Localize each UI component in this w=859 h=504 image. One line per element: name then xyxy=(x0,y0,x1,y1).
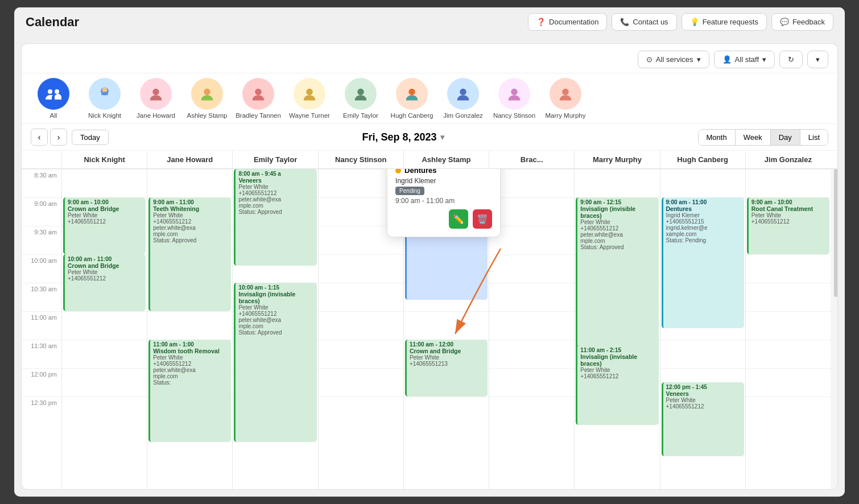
avatar-hugh xyxy=(396,78,428,110)
event-marry-2[interactable]: 11:00 am - 2:15 Invisalign (invisable br… xyxy=(576,345,658,425)
staff-col-hugh: 9:00 am - 11:00 Dentures Ingrid Klemer +… xyxy=(660,169,745,489)
view-week-button[interactable]: Week xyxy=(736,130,771,145)
avatar-nancy xyxy=(498,78,530,110)
staff-item-emily[interactable]: Emily Taylor xyxy=(338,78,383,119)
staff-label-jane: Jane Howard xyxy=(137,112,175,119)
staff-item-hugh[interactable]: Hugh Canberg xyxy=(389,78,435,119)
svg-point-21 xyxy=(562,89,568,95)
avatar-nick xyxy=(89,78,121,110)
event-emily-2[interactable]: 10:00 am - 1:15 Invisalign (invisable br… xyxy=(234,283,316,442)
staff-col-nick: 9:00 am - 10:00 Crown and Bridge Peter W… xyxy=(61,169,147,489)
all-staff-button[interactable]: 👤 All staff ▾ xyxy=(714,51,775,68)
popup-actions: ✏️ 🗑️ xyxy=(395,209,492,229)
all-services-button[interactable]: ⊙ All services ▾ xyxy=(638,51,709,68)
top-bar: Calendar ❓ Documentation 📞 Contact us 💡 … xyxy=(14,7,845,36)
staff-item-all[interactable]: All xyxy=(31,78,76,119)
staff-col-marry: 9:00 am - 12:15 Invisalign (invisible br… xyxy=(574,169,659,489)
app-frame: Calendar ❓ Documentation 📞 Contact us 💡 … xyxy=(14,7,845,497)
event-ashley-2[interactable]: 11:00 am - 12:00 Crown and Bridge Peter … xyxy=(405,340,488,396)
staff-label-nancy: Nancy Stinson xyxy=(493,112,535,119)
avatar-all xyxy=(38,78,69,110)
calendar-wrapper: Nick Knight Jane Howard Emily Taylor Nan… xyxy=(22,151,837,489)
time-header xyxy=(22,151,61,168)
event-emily-1[interactable]: 8:00 am - 9:45 a Veneers Peter White +14… xyxy=(234,169,316,266)
staff-col-jim: 9:00 am - 10:00 Root Canal Treatment Pet… xyxy=(745,169,831,489)
event-hugh-2[interactable]: 12:00 pm - 1:45 Veneers Peter White +140… xyxy=(662,382,744,456)
person-icon: 👤 xyxy=(722,55,732,64)
refresh-button[interactable]: ↻ xyxy=(779,51,803,68)
documentation-button[interactable]: ❓ Documentation xyxy=(528,13,607,31)
timeslot-1200: 12:00 pm xyxy=(22,368,61,396)
date-title: Fri, Sep 8, 2023 ▾ xyxy=(109,131,698,143)
staff-label-emily: Emily Taylor xyxy=(343,112,378,119)
svg-point-9 xyxy=(255,89,261,95)
timeslot-1130: 11:30 am xyxy=(22,340,61,368)
staff-label-nick: Nick Knight xyxy=(88,112,121,119)
col-hugh: Hugh Canberg xyxy=(660,151,745,168)
svg-point-0 xyxy=(48,89,52,94)
appointment-popup: Dentures Ingrid Klemer Pending 9:00 am -… xyxy=(387,169,501,237)
staff-item-jane[interactable]: Jane Howard xyxy=(133,78,179,119)
popup-service-name: Dentures xyxy=(404,169,436,175)
avatar-ashley xyxy=(191,78,223,110)
chevron-down-icon: ▾ xyxy=(697,55,701,64)
svg-point-11 xyxy=(306,89,312,95)
nav-arrows: ‹ › xyxy=(31,129,67,146)
main-content: ⊙ All services ▾ 👤 All staff ▾ ↻ ▾ xyxy=(21,43,838,490)
staff-col-emily: 8:00 am - 9:45 a Veneers Peter White +14… xyxy=(232,169,317,489)
timeslot-1100: 11:00 am xyxy=(22,311,61,340)
view-month-button[interactable]: Month xyxy=(699,130,736,145)
svg-point-15 xyxy=(408,89,415,95)
staff-item-marry[interactable]: Marry Murphy xyxy=(543,78,588,119)
feedback-button[interactable]: 💬 Feedback xyxy=(771,13,833,31)
col-ashley: Ashley Stamp xyxy=(403,151,489,168)
staff-label-ashley: Ashley Stamp xyxy=(187,112,228,119)
avatar-wayne xyxy=(294,78,325,110)
event-jane-2[interactable]: 11:00 am - 1:00 Wisdom tooth Removal Pet… xyxy=(148,340,231,442)
event-nick-2[interactable]: 10:00 am - 11:00 Crown and Bridge Peter … xyxy=(63,254,146,311)
col-jane: Jane Howard xyxy=(147,151,232,168)
event-nick-1[interactable]: 9:00 am - 10:00 Crown and Bridge Peter W… xyxy=(63,197,146,254)
popup-edit-button[interactable]: ✏️ xyxy=(449,209,468,229)
svg-point-5 xyxy=(152,89,159,95)
avatar-marry xyxy=(550,78,581,110)
event-jane-1[interactable]: 9:00 am - 11:00 Teeth Whitening Peter Wh… xyxy=(148,197,231,311)
col-nick: Nick Knight xyxy=(61,151,147,168)
svg-point-3 xyxy=(102,88,107,93)
calendar-nav: ‹ › Today Fri, Sep 8, 2023 ▾ Month Week … xyxy=(22,124,837,151)
event-jim-1[interactable]: 9:00 am - 10:00 Root Canal Treatment Pet… xyxy=(747,197,829,254)
staff-label-hugh: Hugh Canberg xyxy=(391,112,433,119)
staff-item-ashley[interactable]: Ashley Stamp xyxy=(184,78,230,119)
staff-item-bradley[interactable]: Bradley Tannen xyxy=(236,78,281,119)
staff-label-all: All xyxy=(50,112,57,119)
more-options-button[interactable]: ▾ xyxy=(807,51,828,68)
lightbulb-icon: 💡 xyxy=(690,18,699,26)
svg-point-1 xyxy=(55,89,59,94)
svg-point-19 xyxy=(511,89,517,95)
time-slots: 8:30 am 9:00 am 9:30 am 10:00 am 10:30 a… xyxy=(22,169,61,489)
today-button[interactable]: Today xyxy=(72,130,109,145)
grid-body: 8:30 am 9:00 am 9:30 am 10:00 am 10:30 a… xyxy=(22,169,837,489)
contact-button[interactable]: 📞 Contact us xyxy=(612,13,676,31)
popup-delete-button[interactable]: 🗑️ xyxy=(473,209,492,229)
svg-point-13 xyxy=(357,89,364,95)
staff-item-nick[interactable]: Nick Knight xyxy=(82,78,127,119)
scrollbar[interactable] xyxy=(831,169,837,489)
avatar-jim xyxy=(447,78,479,110)
staff-item-wayne[interactable]: Wayne Turner xyxy=(287,78,332,119)
feature-requests-button[interactable]: 💡 Feature requests xyxy=(682,13,767,31)
scrollbar-thumb xyxy=(834,169,837,297)
prev-button[interactable]: ‹ xyxy=(31,129,48,146)
staff-col-jane: 9:00 am - 11:00 Teeth Whitening Peter Wh… xyxy=(147,169,232,489)
col-marry: Marry Murphy xyxy=(574,151,659,168)
staff-item-nancy[interactable]: Nancy Stinson xyxy=(492,78,537,119)
view-list-button[interactable]: List xyxy=(800,130,828,145)
staff-selector: All Nick Knight xyxy=(22,73,837,124)
timeslot-1030: 10:30 am xyxy=(22,283,61,311)
staff-item-jim[interactable]: Jim Gonzalez xyxy=(440,78,486,119)
chevron-down-icon4: ▾ xyxy=(440,133,444,142)
view-day-button[interactable]: Day xyxy=(771,130,800,145)
event-hugh-1[interactable]: 9:00 am - 11:00 Dentures Ingrid Klemer +… xyxy=(662,197,744,328)
service-dot xyxy=(395,169,401,173)
next-button[interactable]: › xyxy=(50,129,67,146)
